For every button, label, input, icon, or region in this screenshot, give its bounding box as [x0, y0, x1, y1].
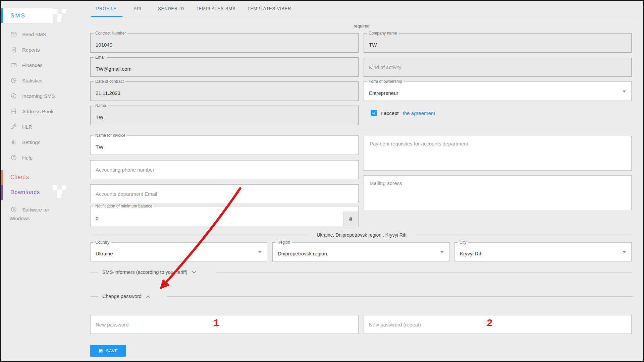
min-balance-field[interactable]: Notification of minimum balance ₴ — [90, 204, 359, 227]
annotation-step-2: 2 — [487, 317, 493, 328]
sidebar: SMS Send SMS Reports Finances Statistics — [0, 0, 83, 362]
pixel-decoration — [62, 185, 66, 190]
sidebar-item-label: Send SMS — [22, 32, 46, 37]
agreement-row: I accept the agreement — [371, 109, 435, 117]
downloads-indicator-bar — [1, 185, 3, 200]
sidebar-item-settings[interactable]: Settings — [1, 134, 83, 150]
payment-requisites-field[interactable] — [364, 136, 632, 171]
chevron-down-icon — [192, 270, 197, 275]
country-select[interactable]: Country — [90, 240, 267, 261]
sidebar-item-reports[interactable]: Reports — [1, 42, 83, 57]
pixel-decoration — [57, 18, 61, 22]
save-floppy-icon — [98, 348, 103, 353]
change-password-toggle[interactable]: Change password — [102, 292, 151, 300]
chevron-down-icon — [623, 90, 626, 93]
pixel-decoration — [53, 185, 57, 190]
sidebar-nav: Send SMS Reports Finances Statistics Inc… — [1, 26, 83, 165]
new-password-field[interactable] — [90, 315, 359, 334]
location-divider-line — [91, 235, 309, 235]
annotation-step-1: 1 — [214, 317, 219, 328]
name-field: Name — [90, 103, 359, 125]
pixel-decoration — [57, 190, 62, 195]
sidebar-item-finances[interactable]: Finances — [1, 57, 83, 73]
sidebar-item-label: Statistics — [22, 78, 42, 83]
name-input — [91, 110, 358, 124]
sidebar-item-address-book[interactable]: Address Book — [1, 104, 83, 119]
toggle-divider-line — [216, 272, 633, 273]
mailing-address-field[interactable] — [364, 175, 632, 210]
tab-templates-sms[interactable]: TEMPLATES SMS — [196, 6, 236, 11]
location-summary: Ukraine, Dnipropetrovsk region., Kryvyi … — [317, 232, 407, 238]
pixel-decoration — [57, 14, 62, 18]
tab-profile[interactable]: PROFILE — [96, 6, 116, 11]
sidebar-item-label: Reports — [22, 47, 40, 53]
date-of-contract-label: Date of contract — [94, 79, 125, 84]
sidebar-item-send-sms[interactable]: Send SMS — [1, 26, 83, 42]
form-of-ownership-select[interactable]: Form of ownership — [364, 79, 632, 101]
downloads-label: Downloads — [1, 189, 40, 195]
mailing-address-textarea[interactable] — [364, 176, 631, 209]
download-icon — [10, 206, 17, 213]
agreement-link[interactable]: the agreement — [403, 110, 435, 116]
clients-indicator-bar — [1, 170, 3, 185]
pie-chart-icon — [10, 77, 17, 84]
email-field: Email — [90, 55, 359, 77]
address-book-icon — [10, 108, 17, 115]
wrench-icon — [10, 123, 17, 130]
new-password-repeat-input[interactable] — [364, 316, 631, 333]
company-name-label: Company name — [367, 31, 399, 36]
accounting-phone-field[interactable] — [90, 160, 359, 179]
location-divider-line — [415, 235, 633, 235]
city-value — [455, 246, 631, 261]
sidebar-item-label: Finances — [22, 62, 43, 68]
pixel-decoration — [62, 9, 66, 13]
accounting-phone-input[interactable] — [91, 161, 358, 178]
sidebar-item-sms-active[interactable]: SMS — [1, 8, 53, 23]
payment-requisites-textarea[interactable] — [364, 136, 631, 170]
date-of-contract-field: Date of contract — [90, 79, 359, 101]
brand-label: SMS — [10, 12, 26, 19]
help-icon — [10, 154, 17, 161]
sidebar-item-software-for-windows[interactable]: Software for Windows — [1, 205, 49, 223]
name-for-invoice-field[interactable]: Name for invoice — [90, 133, 359, 155]
incoming-message-icon — [10, 93, 17, 99]
sidebar-item-downloads[interactable]: Downloads — [1, 185, 83, 200]
sidebar-item-clients[interactable]: Clients — [1, 170, 83, 185]
save-button[interactable]: SAVE — [90, 345, 126, 357]
change-password-label: Change password — [102, 294, 142, 299]
country-label: Country — [94, 240, 111, 245]
name-for-invoice-input[interactable] — [91, 139, 358, 154]
tab-sender-id[interactable]: SENDER ID — [158, 6, 184, 11]
envelope-icon — [10, 31, 17, 38]
min-balance-input[interactable] — [91, 210, 358, 226]
accounts-email-input[interactable] — [91, 185, 358, 202]
new-password-repeat-field[interactable] — [364, 315, 632, 334]
accounts-email-field[interactable] — [90, 184, 359, 203]
wallet-icon — [10, 62, 17, 68]
sidebar-item-hlr[interactable]: HLR — [1, 119, 83, 134]
country-value — [91, 246, 267, 261]
chevron-up-icon — [146, 294, 151, 299]
toggle-divider-line — [91, 296, 98, 297]
sidebar-item-label: Address Book — [22, 109, 53, 114]
sidebar-item-statistics[interactable]: Statistics — [1, 73, 83, 88]
email-input — [91, 61, 358, 76]
tab-api[interactable]: API — [133, 6, 141, 11]
save-button-label: SAVE — [106, 348, 118, 353]
required-section-label: required — [354, 23, 370, 28]
toggle-divider-line — [91, 272, 98, 273]
region-select[interactable]: Region — [272, 240, 449, 261]
tab-templates-viber[interactable]: TEMPLATES VIBER — [248, 6, 291, 11]
city-select[interactable]: City — [454, 240, 632, 261]
region-value — [273, 246, 449, 261]
gear-icon — [10, 139, 17, 145]
active-indicator-bar — [1, 8, 3, 23]
sidebar-item-help[interactable]: Help — [1, 150, 83, 165]
sidebar-item-label: Help — [22, 155, 33, 161]
agreement-checkbox[interactable] — [371, 110, 377, 116]
sms-informers-toggle[interactable]: SMS-informers (according to your tariff) — [102, 268, 197, 276]
new-password-input[interactable] — [91, 316, 358, 333]
company-name-input — [364, 37, 631, 52]
sidebar-item-incoming-sms[interactable]: Incoming SMS — [1, 88, 83, 104]
name-label: Name — [94, 103, 108, 108]
